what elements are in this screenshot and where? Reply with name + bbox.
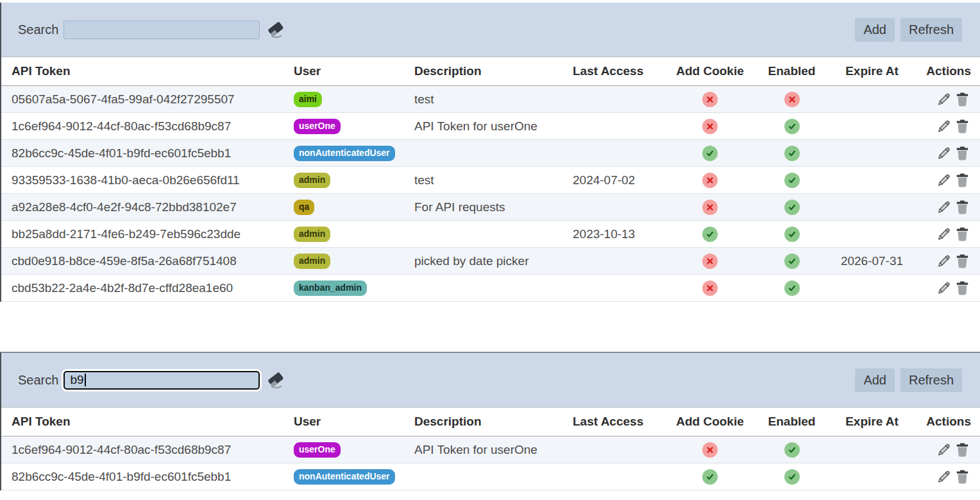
enabled-cell <box>755 113 829 140</box>
actions-cell <box>915 275 980 302</box>
col-expire-at: Expire At <box>829 57 915 86</box>
delete-icon[interactable] <box>956 281 968 295</box>
col-expire-at: Expire At <box>829 408 915 436</box>
delete-icon[interactable] <box>956 173 968 187</box>
table-row: 82b6cc9c-45de-4f01-b9fd-ec601fc5ebb1nonA… <box>1 463 980 490</box>
user-cell: admin <box>283 248 404 275</box>
col-description: Description <box>404 408 562 436</box>
expire-at-cell <box>829 221 915 248</box>
user-badge: admin <box>294 227 330 241</box>
delete-icon[interactable] <box>956 92 968 107</box>
search-input[interactable] <box>63 21 260 39</box>
text-caret <box>85 374 86 386</box>
user-badge: kanban_admin <box>294 280 367 295</box>
edit-icon[interactable] <box>937 254 950 268</box>
actions-cell <box>915 248 980 275</box>
check-icon <box>784 200 800 215</box>
check-icon <box>784 254 800 269</box>
add-cookie-cell <box>665 167 755 194</box>
delete-icon[interactable] <box>956 227 968 241</box>
edit-icon[interactable] <box>937 227 950 241</box>
expire-at-cell <box>829 140 915 167</box>
table-row: cbd0e918-b8ce-459e-8f5a-26a68f751408admi… <box>1 248 980 275</box>
expire-at-cell <box>829 194 915 221</box>
add-button[interactable]: Add <box>855 18 895 42</box>
edit-icon[interactable] <box>937 281 950 295</box>
delete-icon[interactable] <box>956 254 968 268</box>
token-cell: 05607a5a-5067-4fa5-99af-042f27295507 <box>1 86 283 113</box>
edit-icon[interactable] <box>937 119 950 134</box>
last-access-cell <box>562 194 665 221</box>
user-badge: admin <box>294 173 330 187</box>
description-cell: test <box>404 86 562 113</box>
expire-at-cell <box>829 113 915 140</box>
col-add-cookie: Add Cookie <box>665 57 755 86</box>
search-label: Search <box>18 22 58 37</box>
description-cell: test <box>404 167 562 194</box>
edit-icon[interactable] <box>937 443 950 457</box>
check-icon <box>784 146 800 161</box>
toolbar: Search b9 Add Refresh <box>1 353 980 407</box>
delete-icon[interactable] <box>956 146 968 160</box>
actions-cell <box>915 113 980 140</box>
expire-at-cell <box>829 86 915 113</box>
last-access-cell <box>562 275 665 302</box>
check-icon <box>702 146 718 161</box>
token-cell: 82b6cc9c-45de-4f01-b9fd-ec601fc5ebb1 <box>1 463 283 490</box>
description-cell <box>404 275 562 302</box>
col-last-access: Last Access <box>562 57 665 86</box>
token-cell: a92a28e8-4cf0-4e2f-94c8-72bbd38102e7 <box>1 194 283 221</box>
user-cell: admin <box>283 167 404 194</box>
last-access-cell: 2024-07-02 <box>562 167 665 194</box>
last-access-cell <box>562 248 665 275</box>
cross-icon <box>702 119 718 134</box>
edit-icon[interactable] <box>937 200 950 214</box>
edit-icon[interactable] <box>937 470 950 484</box>
enabled-cell <box>755 463 829 490</box>
add-cookie-cell <box>665 113 755 140</box>
edit-icon[interactable] <box>937 173 950 187</box>
expire-at-cell <box>829 436 915 463</box>
eraser-icon[interactable] <box>267 21 287 39</box>
user-badge: nonAutenticatedUser <box>294 146 395 160</box>
api-tokens-panel: Search Add Refresh API Token User Descri… <box>0 3 980 302</box>
col-actions: Actions <box>915 57 980 86</box>
token-cell: cbd0e918-b8ce-459e-8f5a-26a68f751408 <box>1 248 283 275</box>
token-cell: 93359533-1638-41b0-aeca-0b26e656fd11 <box>1 167 283 194</box>
api-token-table: API Token User Description Last Access A… <box>1 56 980 302</box>
table-row: 1c6ef964-9012-44cf-80ac-f53cd68b9c87user… <box>1 113 980 140</box>
edit-icon[interactable] <box>937 146 950 160</box>
delete-icon[interactable] <box>956 119 968 134</box>
refresh-button[interactable]: Refresh <box>900 18 962 42</box>
user-cell: nonAutenticatedUser <box>283 463 404 490</box>
add-button[interactable]: Add <box>855 368 895 392</box>
col-user: User <box>283 57 404 86</box>
check-icon <box>702 227 718 242</box>
cross-icon <box>702 173 718 188</box>
delete-icon[interactable] <box>956 470 968 484</box>
check-icon <box>784 173 800 188</box>
description-cell <box>404 221 562 248</box>
edit-icon[interactable] <box>937 92 950 107</box>
search-input[interactable]: b9 <box>63 371 260 390</box>
check-icon <box>784 442 800 458</box>
cross-icon <box>784 92 800 107</box>
enabled-cell <box>755 436 829 463</box>
enabled-cell <box>755 167 829 194</box>
user-cell: qa <box>283 194 404 221</box>
user-badge: nonAutenticatedUser <box>294 469 395 484</box>
eraser-icon[interactable] <box>267 371 287 389</box>
user-badge: admin <box>294 254 330 268</box>
description-cell <box>404 463 562 490</box>
check-icon <box>784 280 800 296</box>
refresh-button[interactable]: Refresh <box>900 368 962 392</box>
col-enabled: Enabled <box>755 57 829 86</box>
col-enabled: Enabled <box>755 408 829 436</box>
delete-icon[interactable] <box>956 200 968 214</box>
add-cookie-cell <box>665 463 755 490</box>
cross-icon <box>702 442 718 458</box>
col-actions: Actions <box>915 408 980 436</box>
delete-icon[interactable] <box>956 443 968 457</box>
add-cookie-cell <box>665 248 755 275</box>
user-cell: admin <box>283 221 404 248</box>
